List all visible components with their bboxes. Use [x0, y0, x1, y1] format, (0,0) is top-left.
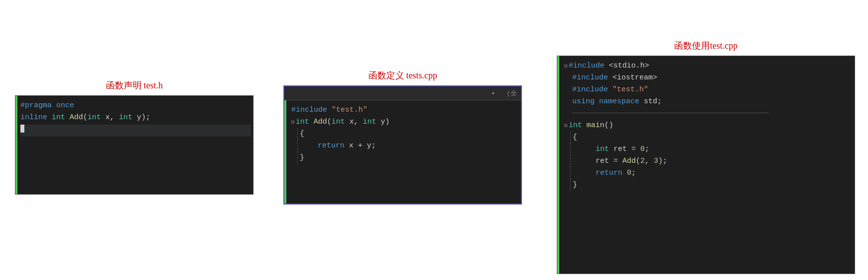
panel3-line-11: }: [570, 179, 853, 191]
panel3-line-4: using namespace std;: [564, 96, 853, 108]
panel3-line-7: {: [570, 132, 853, 143]
panel2-line-1: #include "test.h": [291, 104, 519, 116]
panel3-line6-text: int main(): [569, 120, 853, 132]
panel3-collapse-icon2[interactable]: ⊟: [564, 122, 568, 131]
panel3-wrapper: 函数使用test.cpp ⊟ #include <stdio.h> #inclu…: [557, 40, 855, 274]
panel2-editor: ▾ (全 #include "test.h" ⊟ int Add(int x, …: [283, 85, 522, 205]
panel3-line7-text: {: [573, 132, 853, 143]
panel3-line8-text: int ret = 0;: [596, 143, 853, 155]
panel2-line-5: }: [297, 152, 519, 164]
panel3-line-2: #include <iostream>: [564, 72, 853, 84]
panel3-separator: [572, 113, 769, 113]
panel2-line-2: ⊟ int Add(int x, int y): [291, 116, 519, 128]
panel3-line-6: ⊟ int main(): [564, 120, 853, 132]
panel2-collapse-icon[interactable]: ⊟: [291, 118, 295, 127]
panel1-line1-text: #pragma once: [20, 100, 251, 112]
panel3-line-1: ⊟ #include <stdio.h>: [564, 60, 853, 72]
panel2-line-4: return x + y;: [297, 140, 519, 152]
panel2-wrapper: 函数定义 tests.cpp ▾ (全 #include "test.h" ⊟ …: [283, 70, 522, 205]
panel3-code: ⊟ #include <stdio.h> #include <iostream>…: [557, 56, 855, 195]
panel2-line2-text: int Add(int x, int y): [296, 116, 519, 128]
panel3-cursor-line: [564, 108, 853, 120]
panel3-line2-text: #include <iostream>: [572, 72, 853, 84]
panel3-editor: ⊟ #include <stdio.h> #include <iostream>…: [557, 56, 855, 274]
panel3-line3-text: #include "test.h": [572, 84, 853, 96]
panel3-line1-text: #include <stdio.h>: [569, 60, 853, 72]
panel1-wrapper: 函数声明 test.h #pragma once inline int Add(…: [15, 79, 254, 195]
panel1-cursor: [20, 125, 24, 133]
panel2-topbar-text: ▾ (全: [491, 89, 517, 98]
panel1-editor: #pragma once inline int Add(int x, int y…: [15, 95, 254, 195]
panel3-line9-text: ret = Add(2, 3);: [596, 155, 853, 167]
panel2-label: 函数定义 tests.cpp: [368, 70, 437, 81]
panel2-line1-text: #include "test.h": [291, 104, 519, 116]
panel1-line-3: [20, 125, 251, 137]
panel2-line4-text: return x + y;: [318, 140, 519, 152]
panel1-line-2: inline int Add(int x, int y);: [20, 112, 251, 124]
panel2-line5-text: }: [300, 152, 519, 164]
panel3-line-3: #include "test.h": [564, 84, 853, 96]
panel2-line3-text: {: [300, 128, 519, 140]
panel2-line-3: {: [297, 128, 519, 140]
panel3-line-10: return 0;: [570, 167, 853, 179]
panel1-line2-text: inline int Add(int x, int y);: [20, 112, 251, 124]
panel1-line-1: #pragma once: [20, 100, 251, 112]
panel3-line4-text: using namespace std;: [572, 96, 853, 108]
panel3-line10-text: return 0;: [596, 167, 853, 179]
panel1-label: 函数声明 test.h: [106, 79, 163, 91]
panel3-line-9: ret = Add(2, 3);: [570, 155, 853, 167]
panel3-label: 函数使用test.cpp: [674, 40, 738, 52]
panel3-collapse-icon[interactable]: ⊟: [564, 62, 568, 71]
panel2-topbar: ▾ (全: [284, 86, 521, 100]
panel3-line-8: int ret = 0;: [570, 143, 853, 155]
panel2-code: #include "test.h" ⊟ int Add(int x, int y…: [284, 100, 521, 168]
panel3-line11-text: }: [573, 179, 853, 191]
panel1-code: #pragma once inline int Add(int x, int y…: [15, 96, 253, 140]
